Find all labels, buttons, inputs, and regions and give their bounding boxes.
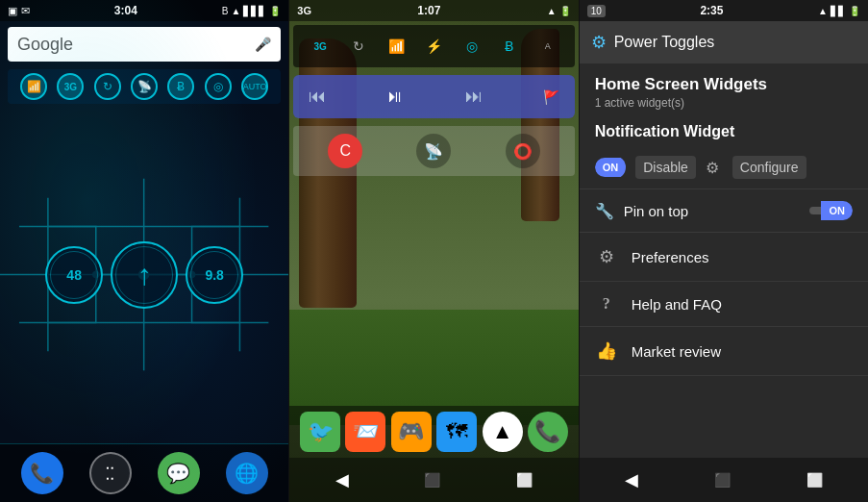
quick-toggle-3[interactable]: ⭕ bbox=[506, 134, 540, 168]
section-title: Home Screen Widgets bbox=[595, 75, 853, 94]
location-icon-p2: ◎ bbox=[466, 38, 478, 54]
gauge-center-arrow: ↑ bbox=[137, 259, 152, 291]
auto-icon-p2: A bbox=[545, 41, 551, 51]
signal-p3: ▋▋ bbox=[831, 6, 846, 16]
pin-icon: 🔧 bbox=[595, 202, 614, 220]
panel-homescreen: ▣ ✉ 3:04 B ▲ ▋▋▋ 🔋 Google 🎤 📶 3G ↻ 📡 Ƀ bbox=[0, 0, 288, 502]
preferences-label: Preferences bbox=[632, 249, 709, 265]
bottom-nav-panel3: ◀ ⬛ ⬜ bbox=[580, 458, 868, 502]
action-bar: ⚙ Power Toggles bbox=[580, 21, 868, 63]
status-bar-panel3: 10 2:35 ▲ ▋▋ 🔋 bbox=[580, 0, 868, 21]
market-review-label: Market review bbox=[632, 343, 721, 360]
nav-recent-p2[interactable]: ⬜ bbox=[507, 468, 542, 491]
game-icon[interactable]: 🎮 bbox=[391, 412, 432, 452]
help-faq-item[interactable]: ? Help and FAQ bbox=[580, 282, 868, 327]
preferences-icon: ⚙ bbox=[595, 246, 618, 267]
control-row: ON Disable ⚙ Configure bbox=[580, 146, 868, 189]
section-header: Home Screen Widgets 1 active widget(s) bbox=[580, 63, 868, 113]
flash-icon-p2: ⚡ bbox=[426, 38, 442, 54]
media-widget: ⏮ ⏯ ⏭ 🚩 bbox=[293, 75, 574, 118]
gauge-center: ↑ bbox=[111, 241, 178, 309]
location-btn-p2[interactable]: ◎ bbox=[457, 31, 487, 62]
time-panel2: 1:07 bbox=[417, 4, 440, 17]
pin-on-top-row: 🔧 Pin on top ON bbox=[580, 189, 868, 233]
bluetooth-icon-p2: Ƀ bbox=[505, 38, 514, 54]
bottom-nav-panel2: ◀ ⬛ ⬜ bbox=[289, 458, 578, 502]
wifi-icon-p2: 📶 bbox=[388, 38, 405, 54]
gauge-left-value: 48 bbox=[66, 267, 82, 283]
fast-forward-button[interactable]: ⏭ bbox=[461, 83, 486, 111]
toggle-bar-panel2: 3G ↻ 📶 ⚡ ◎ Ƀ A bbox=[293, 25, 574, 67]
nav-home-p3[interactable]: ⬛ bbox=[705, 468, 740, 491]
bluetooth-btn-p2[interactable]: Ƀ bbox=[494, 31, 525, 62]
3g-status-p2: 3G bbox=[297, 5, 311, 16]
wifi-p3: ▲ bbox=[818, 6, 828, 16]
status-left-p3: 10 bbox=[587, 5, 606, 17]
pin-toggle-on: ON bbox=[821, 201, 853, 220]
nav-back-p3[interactable]: ◀ bbox=[615, 465, 648, 494]
maps-icon[interactable]: 🗺 bbox=[436, 412, 477, 452]
disable-button[interactable]: Disable bbox=[635, 156, 696, 179]
play-pause-button[interactable]: ⏯ bbox=[383, 83, 408, 111]
thumbsup-icon: 👍 bbox=[595, 340, 618, 362]
3g-btn-p2[interactable]: 3G bbox=[305, 31, 335, 62]
flash-btn-p2[interactable]: ⚡ bbox=[418, 31, 449, 62]
pin-label: Pin on top bbox=[624, 203, 801, 219]
flag-button[interactable]: 🚩 bbox=[539, 86, 563, 109]
app-row-panel2: 🐦 📨 🎮 🗺 ▲ 📞 bbox=[289, 406, 578, 458]
battery-p3: 🔋 bbox=[849, 6, 860, 16]
nav-home-p2[interactable]: ⬛ bbox=[414, 468, 450, 491]
help-icon: ? bbox=[595, 295, 618, 313]
drive-icon[interactable]: ▲ bbox=[483, 412, 523, 452]
circuit-area: 48 ↑ 9.8 bbox=[0, 106, 288, 443]
sms-icon[interactable]: 📨 bbox=[345, 412, 385, 452]
status-right-p3: ▲ ▋▋ 🔋 bbox=[818, 6, 860, 16]
nav-recent-p3[interactable]: ⬜ bbox=[797, 468, 832, 491]
rewind-button[interactable]: ⏮ bbox=[305, 83, 330, 111]
gauge-left: 48 bbox=[45, 246, 103, 304]
pin-toggle-off bbox=[809, 207, 821, 214]
battery-status-p2: 🔋 bbox=[559, 6, 571, 16]
3g-icon-p2: 3G bbox=[313, 41, 326, 52]
market-review-item[interactable]: 👍 Market review bbox=[580, 327, 868, 376]
nav-back-p2[interactable]: ◀ bbox=[326, 465, 359, 494]
section-subtitle: 1 active widget(s) bbox=[595, 96, 853, 110]
panel-power-toggles: 10 2:35 ▲ ▋▋ 🔋 ⚙ Power Toggles Home Scre… bbox=[580, 0, 868, 502]
time-panel3: 2:35 bbox=[700, 4, 723, 17]
wifi-status-p2: ▲ bbox=[547, 6, 557, 16]
status-bar-panel2: 3G 1:07 ▲ 🔋 bbox=[289, 0, 578, 21]
gauge-right-value: 9.8 bbox=[205, 267, 223, 283]
phone-icon-p2[interactable]: 📞 bbox=[528, 412, 568, 452]
wifi-btn-p2[interactable]: 📶 bbox=[381, 31, 411, 62]
app-title: Power Toggles bbox=[614, 34, 715, 51]
gear-icon-action: ⚙ bbox=[591, 32, 607, 53]
gauges-row: 48 ↑ 9.8 bbox=[45, 241, 243, 309]
panel-homescreen-widget: 3G 1:07 ▲ 🔋 3G ↻ 📶 ⚡ ◎ Ƀ A ⏮ bbox=[289, 0, 578, 502]
auto-btn-p2[interactable]: A bbox=[533, 31, 563, 62]
gauge-right: 9.8 bbox=[186, 246, 243, 304]
quick-toggles-panel2: C 📡 ⭕ bbox=[293, 126, 574, 176]
quick-toggle-1[interactable]: C bbox=[328, 134, 362, 168]
status-left-p2: 3G bbox=[297, 5, 311, 16]
widget-section-title: Notification Widget bbox=[580, 113, 868, 146]
sync-icon-p2: ↻ bbox=[353, 38, 364, 54]
angry-birds-icon[interactable]: 🐦 bbox=[300, 412, 340, 452]
sync-btn-p2[interactable]: ↻ bbox=[343, 31, 374, 62]
pin-toggle[interactable]: ON bbox=[809, 199, 853, 222]
on-off-toggle[interactable]: ON bbox=[595, 156, 627, 179]
configure-icon: ⚙ bbox=[706, 159, 719, 177]
help-faq-label: Help and FAQ bbox=[632, 296, 722, 313]
quick-toggle-2[interactable]: 📡 bbox=[416, 134, 451, 168]
status-right-p2: ▲ 🔋 bbox=[547, 6, 571, 16]
app-badge-p3: 10 bbox=[587, 5, 606, 17]
toggle-on-label: ON bbox=[595, 158, 627, 177]
configure-button[interactable]: Configure bbox=[732, 156, 806, 179]
preferences-item[interactable]: ⚙ Preferences bbox=[580, 233, 868, 282]
